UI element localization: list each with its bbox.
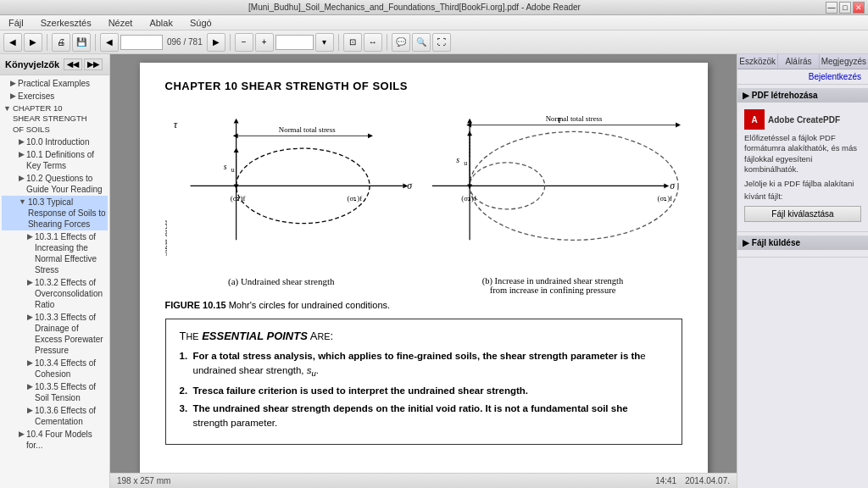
- toolbar-fit-page-button[interactable]: ⊡: [343, 33, 362, 52]
- toolbar-expand-button[interactable]: ⛶: [432, 33, 451, 52]
- sidebar-item-10-3-6[interactable]: ▶ 10.3.6 Effects of Cementation: [2, 404, 108, 428]
- toolbar-zoom-in-button[interactable]: +: [255, 33, 274, 52]
- sidebar-item-practical[interactable]: ▶ Practical Examples: [2, 77, 108, 90]
- menu-nezet[interactable]: Nézet: [103, 18, 138, 28]
- rp-tab-sign[interactable]: Aláírás: [778, 54, 819, 69]
- sidebar-item-label: CHAPTER 10SHEAR STRENGTHOF SOILS: [13, 103, 106, 135]
- sidebar-item-10-4[interactable]: ▶ 10.4 Four Models for...: [2, 428, 108, 452]
- svg-text:σ: σ: [407, 180, 413, 191]
- rp-section-send-label: ▶ Fájl küldése: [743, 238, 800, 247]
- sidebar-title: Könyvjelzők: [5, 59, 59, 69]
- sidebar-item-label: 10.4 Four Models for...: [26, 429, 106, 451]
- toolbar-fit-width-button[interactable]: ↔: [364, 33, 382, 52]
- essential-title: THE ESSENTIAL POINTS ARE:: [180, 330, 668, 342]
- rp-section-send: ▶ Fájl küldése: [737, 232, 868, 258]
- figure-number: FIGURE 10.15: [165, 300, 226, 310]
- rp-login-link[interactable]: Bejelentkezés: [737, 69, 868, 85]
- status-right: 14:41 2014.04.07.: [655, 476, 730, 485]
- sidebar-item-10-3-5[interactable]: ▶ 10.3.5 Effects of Soil Tension: [2, 380, 108, 404]
- menu-szerkesztes[interactable]: Szerkesztés: [36, 18, 97, 28]
- sidebar-item-10-0[interactable]: ▶ 10.0 Introduction: [2, 136, 108, 148]
- page-number-input[interactable]: 278: [120, 35, 163, 50]
- sidebar-item-exercises[interactable]: ▶ Exercises: [2, 90, 108, 103]
- rp-description: Előfizetéssel a fájlok PDF formátumra al…: [744, 133, 861, 175]
- svg-marker-3: [233, 119, 238, 124]
- rp-section-send-title[interactable]: ▶ Fájl küldése: [737, 236, 868, 250]
- sidebar-item-10-3-4[interactable]: ▶ 10.3.4 Effects of Cohesion: [2, 357, 108, 380]
- sidebar-item-label: 10.3.3 Effects of Drainage of Excess Por…: [35, 312, 106, 356]
- toolbar-zoom-out-button[interactable]: −: [235, 33, 253, 52]
- menu-ablak[interactable]: Ablak: [144, 18, 178, 28]
- minimize-button[interactable]: —: [826, 2, 837, 14]
- toolbar-zoom-dropdown[interactable]: ▾: [315, 33, 334, 52]
- sidebar-item-label: 10.3 Typical Response of Soils to Sheari…: [28, 197, 106, 230]
- svg-marker-21: [467, 119, 472, 124]
- svg-text:Shear stress: Shear stress: [165, 219, 169, 256]
- toolbar-search-button[interactable]: 🔍: [412, 33, 431, 52]
- toolbar-prev-page-button[interactable]: ◀: [100, 33, 119, 52]
- adobe-createpdf-row: A Adobe CreatePDF: [744, 109, 861, 130]
- zoom-input[interactable]: 200%: [275, 35, 314, 50]
- toolbar-back-button[interactable]: ◀: [3, 33, 22, 52]
- close-button[interactable]: ✕: [853, 2, 865, 14]
- sidebar-item-label: 10.0 Introduction: [26, 136, 106, 147]
- svg-text:(σ₃)f: (σ₃)f: [461, 194, 476, 202]
- rp-select-file-button[interactable]: Fájl kiválasztása: [744, 206, 861, 222]
- toolbar-next-page-button[interactable]: ▶: [207, 33, 225, 52]
- sidebar-nav-prev[interactable]: ◀◀: [64, 58, 82, 70]
- sidebar-item-10-1[interactable]: ▶ 10.1 Definitions of Key Terms: [2, 148, 108, 172]
- svg-text:τ: τ: [173, 119, 177, 130]
- toolbar-forward-button[interactable]: ▶: [24, 33, 42, 52]
- svg-marker-7: [233, 184, 238, 189]
- sidebar-item-label: 10.3.5 Effects of Soil Tension: [35, 381, 106, 403]
- toolbar-save-button[interactable]: 💾: [72, 33, 91, 52]
- titlebar: [Muni_Budhu]_Soil_Mechanics_and_Foundati…: [0, 0, 868, 15]
- rp-section-title-label: ▶ PDF létrehozása: [743, 91, 818, 100]
- tree-collapse-icon: ▶: [10, 92, 16, 102]
- sidebar-item-10-3-2[interactable]: ▶ 10.3.2 Effects of Overconsolidation Ra…: [2, 276, 108, 311]
- essential-title-normal: THE: [180, 330, 203, 342]
- sidebar-item-10-3[interactable]: ▼ 10.3 Typical Response of Soils to Shea…: [2, 196, 108, 230]
- sidebar-content: ▶ Practical Examples ▶ Exercises ▼ CHAPT…: [0, 75, 109, 488]
- svg-text:s: s: [223, 162, 226, 171]
- mohr-diagram-svg: τ σ s u Normal total stress (σ₃)f (: [165, 103, 682, 269]
- sidebar-item-chapter10[interactable]: ▼ CHAPTER 10SHEAR STRENGTHOF SOILS: [2, 103, 108, 136]
- sidebar-item-label: Practical Examples: [18, 78, 106, 89]
- rp-section-pdf-create-title[interactable]: ▶ PDF létrehozása: [737, 88, 868, 103]
- essential-title-italic: ESSENTIAL POINTS: [202, 330, 308, 342]
- rp-tab-comment[interactable]: Megjegyzés: [820, 54, 868, 69]
- pdf-viewer[interactable]: CHAPTER 10 SHEAR STRENGTH OF SOILS: [110, 54, 737, 473]
- menu-sugo[interactable]: Súgó: [185, 18, 217, 28]
- svg-text:Normal total stress: Normal total stress: [545, 114, 602, 123]
- sidebar-item-10-2[interactable]: ▶ 10.2 Questions to Guide Your Reading: [2, 172, 108, 196]
- toolbar-print-button[interactable]: 🖨: [52, 33, 70, 52]
- svg-text:σ: σ: [670, 180, 676, 191]
- toolbar-separator-2: [95, 34, 96, 51]
- svg-text:(σ₁)f: (σ₁)f: [347, 194, 362, 202]
- svg-text:(σ₃)f: (σ₃)f: [230, 194, 245, 202]
- svg-marker-33: [676, 123, 681, 128]
- tree-icon: ▶: [19, 137, 25, 147]
- sidebar-item-label: 10.2 Questions to Guide Your Reading: [26, 173, 106, 195]
- maximize-button[interactable]: □: [839, 2, 851, 14]
- sidebar-item-label: 10.3.4 Effects of Cohesion: [35, 358, 106, 380]
- toolbar-comment-button[interactable]: 💬: [392, 33, 410, 52]
- rp-prompt: Jelölje ki a PDF fájlba alakítani kívánt…: [744, 178, 861, 202]
- svg-text:(σ₁)f: (σ₁)f: [657, 194, 672, 202]
- tree-icon: ▶: [27, 382, 33, 392]
- page-size: 198 x 257 mm: [117, 476, 170, 485]
- sidebar-item-10-3-3[interactable]: ▶ 10.3.3 Effects of Drainage of Excess P…: [2, 311, 108, 357]
- tree-icon: ▶: [27, 278, 33, 288]
- rp-tab-tools[interactable]: Eszközök: [737, 54, 778, 69]
- sidebar-item-label: 10.3.6 Effects of Cementation: [35, 405, 106, 427]
- sidebar: Könyvjelzők ◀◀ ▶▶ ▶ Practical Examples ▶…: [0, 54, 110, 488]
- sidebar-item-label: 10.3.1 Effects of Increasing the Normal …: [35, 231, 106, 275]
- toolbar-separator-4: [338, 34, 339, 51]
- sidebar-nav: ◀◀ ▶▶: [62, 57, 104, 72]
- sidebar-item-label: Exercises: [18, 91, 106, 102]
- sidebar-item-10-3-1[interactable]: ▶ 10.3.1 Effects of Increasing the Norma…: [2, 230, 108, 276]
- sidebar-header: Könyvjelzők ◀◀ ▶▶: [0, 54, 109, 75]
- menu-fajl[interactable]: Fájl: [3, 18, 29, 28]
- sidebar-nav-next[interactable]: ▶▶: [84, 58, 103, 70]
- svg-marker-15: [232, 133, 237, 138]
